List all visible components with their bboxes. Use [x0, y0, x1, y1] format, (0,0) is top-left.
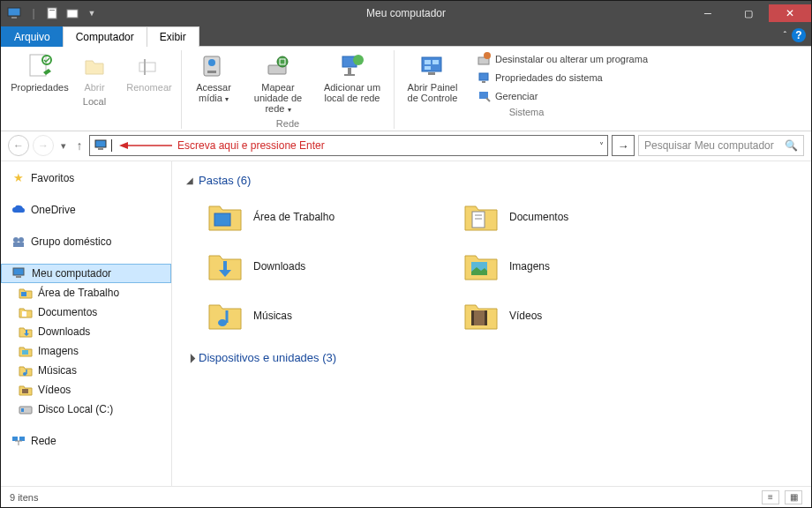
address-bar[interactable]: Escreva aqui e pressione Enter ˅: [89, 135, 608, 156]
control-panel-button[interactable]: Abrir Painel de Controle: [402, 50, 463, 105]
network-icon: [11, 434, 26, 448]
sidebar-network[interactable]: Rede: [1, 431, 171, 451]
map-drive-button[interactable]: Mapear unidade de rede ▾: [244, 50, 312, 116]
tab-file[interactable]: Arquivo: [1, 26, 64, 47]
svg-rect-11: [207, 71, 216, 73]
maximize-button[interactable]: [728, 4, 769, 22]
access-media-button[interactable]: Acessar mídia ▾: [189, 50, 238, 116]
svg-rect-27: [482, 81, 485, 83]
status-bar: 9 itens ≡ ▦: [1, 486, 811, 507]
svg-rect-48: [214, 213, 230, 226]
sidebar-local-disk[interactable]: Disco Local (C:): [1, 400, 171, 419]
svg-rect-17: [344, 74, 355, 76]
folder-icon: [19, 363, 33, 377]
help-icon[interactable]: ?: [792, 28, 806, 42]
sidebar-favorites[interactable]: ★Favoritos: [1, 168, 171, 188]
manage-button[interactable]: Gerenciar: [474, 87, 651, 105]
homegroup-icon: [11, 235, 26, 249]
history-dropdown-icon[interactable]: ▾: [57, 140, 70, 152]
chevron-down-icon: ◢: [186, 176, 193, 185]
folder-large-icon: [206, 199, 244, 235]
folder-images[interactable]: Imagens: [458, 245, 679, 288]
qat-dropdown-icon[interactable]: ▼: [84, 5, 100, 21]
svg-rect-39: [22, 350, 28, 355]
map-drive-icon: [264, 52, 292, 80]
titlebar: | ▼ Meu computador: [1, 1, 811, 26]
refresh-button[interactable]: →: [612, 135, 635, 156]
minimize-button[interactable]: [688, 4, 728, 22]
folder-icon: [19, 344, 33, 358]
sidebar-music[interactable]: Músicas: [1, 361, 171, 380]
icons-view-button[interactable]: ▦: [785, 490, 802, 504]
open-button: Abrir: [70, 50, 119, 94]
sidebar-videos[interactable]: Vídeos: [1, 380, 171, 400]
svg-rect-7: [139, 63, 155, 71]
sidebar-documents[interactable]: Documentos: [1, 303, 171, 322]
ribbon-group-system: Abrir Painel de Controle Desinstalar ou …: [395, 50, 658, 129]
separator-icon: |: [26, 5, 41, 21]
computer-small-icon: [94, 138, 109, 153]
control-panel-icon: [418, 52, 447, 80]
folders-group-header[interactable]: ◢ Pastas (6): [186, 170, 797, 190]
sidebar-my-computer[interactable]: Meu computador: [1, 264, 171, 283]
properties-button[interactable]: Propriedades: [15, 50, 64, 94]
svg-rect-49: [472, 212, 485, 228]
address-dropdown-icon[interactable]: ˅: [599, 141, 604, 151]
computer-icon: [12, 266, 26, 280]
folder-large-icon: [462, 249, 500, 284]
properties-qat-icon[interactable]: [45, 5, 61, 21]
svg-rect-22: [425, 66, 431, 70]
system-properties-button[interactable]: Propriedades do sistema: [474, 69, 651, 86]
forward-button: →: [33, 135, 54, 156]
folder-music[interactable]: Músicas: [202, 295, 423, 337]
svg-rect-23: [428, 72, 435, 75]
disk-icon: [19, 402, 33, 416]
sidebar: ★Favoritos OneDrive Grupo doméstico Meu …: [1, 161, 172, 486]
sidebar-desktop[interactable]: Área de Trabalho: [1, 283, 171, 303]
details-view-button[interactable]: ≡: [762, 490, 779, 504]
folder-icon: [19, 383, 33, 397]
uninstall-button[interactable]: Desinstalar ou alterar um programa: [474, 50, 651, 68]
svg-rect-45: [19, 437, 25, 441]
sidebar-homegroup[interactable]: Grupo doméstico: [1, 232, 171, 251]
tab-view[interactable]: Exibir: [147, 26, 199, 47]
sys-props-icon: [477, 71, 492, 85]
folder-documents[interactable]: Documentos: [458, 196, 679, 238]
new-folder-qat-icon[interactable]: [64, 5, 80, 21]
svg-rect-43: [21, 408, 24, 412]
back-button[interactable]: ←: [8, 135, 29, 156]
star-icon: ★: [11, 171, 26, 185]
svg-rect-34: [13, 243, 24, 247]
sidebar-onedrive[interactable]: OneDrive: [1, 200, 171, 220]
svg-rect-44: [12, 437, 18, 441]
devices-group-header[interactable]: ◢ Dispositivos e unidades (3): [186, 347, 797, 368]
svg-rect-36: [16, 276, 21, 278]
svg-rect-4: [67, 10, 78, 18]
svg-rect-26: [479, 73, 488, 80]
svg-rect-3: [49, 10, 55, 11]
rename-button: Renomear: [124, 50, 174, 94]
svg-point-10: [208, 59, 215, 66]
window-controls: [688, 4, 811, 22]
folder-downloads[interactable]: Downloads: [202, 245, 423, 288]
folder-large-icon: [462, 199, 500, 235]
sidebar-downloads[interactable]: Downloads: [1, 322, 171, 341]
sidebar-images[interactable]: Imagens: [1, 341, 171, 361]
close-button[interactable]: [769, 4, 811, 22]
folder-large-icon: [206, 298, 244, 333]
up-button[interactable]: ↑: [73, 138, 86, 153]
folder-desktop[interactable]: Área de Trabalho: [202, 196, 423, 238]
ribbon-collapse-icon[interactable]: ˆ: [784, 31, 786, 41]
folder-large-icon: [462, 298, 500, 333]
svg-point-25: [484, 52, 491, 59]
svg-rect-2: [48, 8, 56, 19]
folder-videos[interactable]: Vídeos: [458, 295, 679, 337]
ribbon-tabs: Arquivo Computador Exibir ˆ ?: [1, 26, 811, 47]
svg-point-53: [218, 319, 227, 326]
search-icon: 🔍: [785, 139, 798, 152]
add-location-button[interactable]: Adicionar um local de rede: [318, 50, 387, 116]
search-input[interactable]: Pesquisar Meu computador 🔍: [638, 135, 804, 156]
svg-rect-30: [98, 148, 103, 150]
tab-computer[interactable]: Computador: [63, 26, 147, 47]
svg-rect-35: [13, 268, 24, 275]
